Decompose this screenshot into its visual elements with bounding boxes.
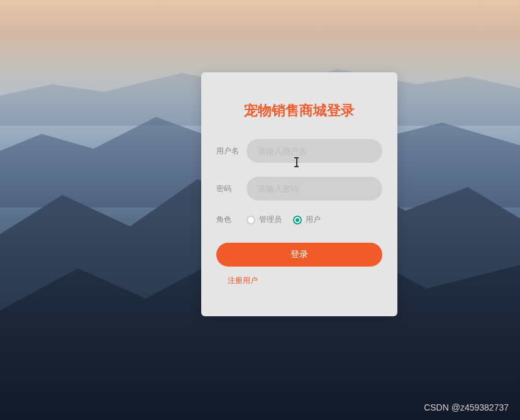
role-label: 角色 bbox=[216, 214, 246, 225]
radio-circle-checked-icon bbox=[293, 216, 302, 224]
role-radio-user[interactable]: 用户 bbox=[293, 214, 321, 225]
role-radio-group: 管理员 用户 bbox=[246, 214, 321, 225]
role-row: 角色 管理员 用户 bbox=[216, 214, 382, 225]
role-admin-label: 管理员 bbox=[259, 214, 282, 225]
password-input[interactable] bbox=[246, 177, 382, 201]
watermark-text: CSDN @z459382737 bbox=[424, 402, 509, 412]
radio-circle-icon bbox=[246, 216, 255, 224]
username-row: 用户名 bbox=[216, 139, 382, 163]
username-input[interactable] bbox=[246, 139, 382, 163]
login-button[interactable]: 登录 bbox=[216, 243, 382, 267]
password-row: 密码 bbox=[216, 177, 382, 201]
password-label: 密码 bbox=[216, 184, 246, 194]
register-link[interactable]: 注册用户 bbox=[228, 276, 258, 285]
role-radio-admin[interactable]: 管理员 bbox=[246, 214, 282, 225]
login-title: 宠物销售商城登录 bbox=[216, 101, 382, 120]
login-card: 宠物销售商城登录 用户名 密码 角色 管理员 用户 登录 注册用户 bbox=[201, 72, 397, 316]
role-user-label: 用户 bbox=[306, 214, 321, 225]
username-label: 用户名 bbox=[216, 146, 246, 157]
